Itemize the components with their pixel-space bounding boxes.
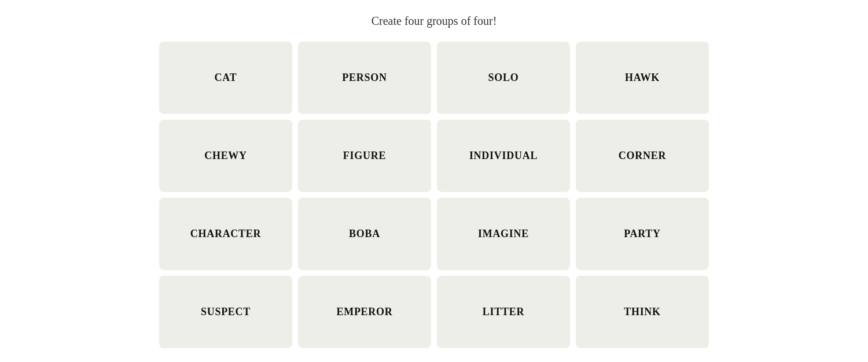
- tile-label-think: THINK: [624, 306, 661, 318]
- tile-person[interactable]: PERSON: [298, 42, 431, 114]
- tile-label-imagine: IMAGINE: [478, 228, 529, 240]
- tile-figure[interactable]: FIGURE: [298, 120, 431, 192]
- tile-label-chewy: CHEWY: [204, 150, 247, 162]
- tile-boba[interactable]: BOBA: [298, 198, 431, 270]
- tile-think[interactable]: THINK: [576, 276, 709, 348]
- tile-imagine[interactable]: IMAGINE: [437, 198, 570, 270]
- tile-hawk[interactable]: HAWK: [576, 42, 709, 114]
- tile-chewy[interactable]: CHEWY: [159, 120, 292, 192]
- tile-party[interactable]: PARTY: [576, 198, 709, 270]
- tile-label-boba: BOBA: [349, 228, 380, 240]
- tile-label-cat: CAT: [215, 72, 237, 84]
- tile-emperor[interactable]: EMPEROR: [298, 276, 431, 348]
- tile-label-party: PARTY: [624, 228, 661, 240]
- tile-label-emperor: EMPEROR: [336, 306, 392, 318]
- tile-label-individual: INDIVIDUAL: [469, 150, 538, 162]
- game-subtitle: Create four groups of four!: [372, 14, 497, 28]
- tile-label-person: PERSON: [342, 72, 387, 84]
- tile-suspect[interactable]: SUSPECT: [159, 276, 292, 348]
- tile-label-hawk: HAWK: [625, 72, 660, 84]
- tile-litter[interactable]: LITTER: [437, 276, 570, 348]
- tile-label-solo: SOLO: [488, 72, 519, 84]
- tile-label-litter: LITTER: [483, 306, 524, 318]
- tile-label-suspect: SUSPECT: [201, 306, 251, 318]
- tile-corner[interactable]: CORNER: [576, 120, 709, 192]
- tile-solo[interactable]: SOLO: [437, 42, 570, 114]
- tile-label-character: CHARACTER: [190, 228, 262, 240]
- word-grid: CATPERSONSOLOHAWKCHEWYFIGUREINDIVIDUALCO…: [159, 42, 709, 348]
- tile-label-figure: FIGURE: [343, 150, 386, 162]
- tile-individual[interactable]: INDIVIDUAL: [437, 120, 570, 192]
- tile-label-corner: CORNER: [619, 150, 666, 162]
- tile-cat[interactable]: CAT: [159, 42, 292, 114]
- tile-character[interactable]: CHARACTER: [159, 198, 292, 270]
